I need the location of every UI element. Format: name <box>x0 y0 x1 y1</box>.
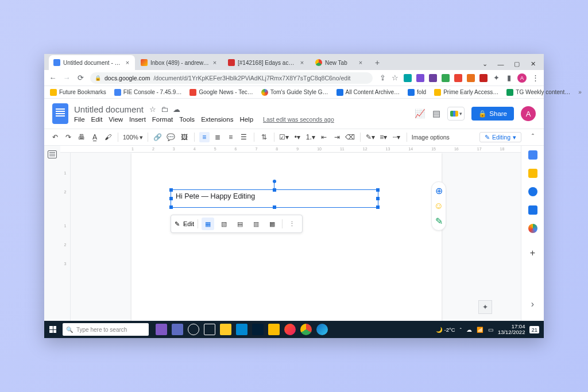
resize-handle[interactable] <box>376 205 380 209</box>
contacts-icon[interactable] <box>528 205 537 215</box>
resize-handle[interactable] <box>169 197 173 200</box>
resize-handle[interactable] <box>376 197 380 200</box>
align-justify-icon[interactable]: ☰ <box>239 132 249 142</box>
clear-format-icon[interactable]: ⌫ <box>345 132 355 142</box>
ext-icon[interactable] <box>442 74 450 82</box>
ext-icon[interactable] <box>404 74 412 82</box>
cloud-icon[interactable]: ☁ <box>173 105 180 114</box>
chrome-icon[interactable] <box>300 324 312 335</box>
url-input[interactable]: 🔒 docs.google.com/document/d/1YrKpKEFer3… <box>90 72 373 84</box>
bullet-list-icon[interactable]: •▾ <box>292 132 303 142</box>
bookmark-item[interactable]: fold <box>408 89 426 96</box>
align-center-icon[interactable]: ≣ <box>212 132 223 142</box>
mail-icon[interactable] <box>236 324 247 335</box>
menu-file[interactable]: File <box>74 116 85 123</box>
border-color-icon[interactable]: ✎▾ <box>365 132 376 142</box>
bookmark-list-icon[interactable]: ▮ <box>505 74 513 82</box>
close-icon[interactable]: × <box>212 60 218 65</box>
checklist-icon[interactable]: ☑▾ <box>279 132 289 142</box>
resize-handle[interactable] <box>273 188 276 192</box>
share-page-icon[interactable]: ⇪ <box>378 74 386 82</box>
extensions-icon[interactable]: ✦ <box>492 74 500 82</box>
menu-extensions[interactable]: Extensions <box>201 116 233 123</box>
collapse-icon[interactable]: ˆ <box>528 132 538 142</box>
rotate-handle[interactable] <box>273 180 276 183</box>
photoshop-icon[interactable] <box>252 324 264 335</box>
resize-handle[interactable] <box>273 205 276 209</box>
cortana-icon[interactable] <box>188 324 199 335</box>
reload-icon[interactable]: ⟳ <box>76 74 84 82</box>
add-panel-icon[interactable]: + <box>530 248 535 258</box>
menu-format[interactable]: Format <box>152 116 173 123</box>
tab-docs[interactable]: Untitled document - Google Doc × <box>49 55 135 70</box>
wrap-text-icon[interactable]: ▧ <box>218 218 230 230</box>
editing-mode-button[interactable]: ✎ Editing ▾ <box>479 132 521 142</box>
history-icon[interactable]: 📈 <box>415 108 425 119</box>
vertical-ruler[interactable]: 1 2 1 2 3 <box>60 153 71 321</box>
start-button[interactable] <box>44 321 61 338</box>
paint-format-icon[interactable]: 🖌 <box>103 132 113 142</box>
wifi-icon[interactable]: 📶 <box>477 327 483 333</box>
tab-edays[interactable]: [#142168] Edays account lock ou × <box>223 55 310 70</box>
align-left-icon[interactable]: ≡ <box>199 132 210 142</box>
app-icon[interactable] <box>284 324 296 335</box>
star-icon[interactable]: ☆ <box>391 74 399 82</box>
spellcheck-icon[interactable]: A̲ <box>90 132 100 142</box>
suggest-icon[interactable]: ✎ <box>435 216 443 227</box>
account-avatar[interactable]: A <box>521 106 536 121</box>
ext-icon[interactable] <box>416 74 424 82</box>
edge-icon[interactable] <box>316 324 328 335</box>
keep-icon[interactable] <box>528 169 537 178</box>
border-dash-icon[interactable]: ┄▾ <box>392 132 402 142</box>
resize-handle[interactable] <box>169 188 173 192</box>
move-icon[interactable]: 🗀 <box>161 105 168 114</box>
docs-logo-icon[interactable] <box>52 103 68 124</box>
horizontal-ruler[interactable]: 123456789101112131415161718 <box>60 146 521 153</box>
app-icon[interactable] <box>156 324 167 335</box>
print-icon[interactable]: 🖶 <box>76 132 87 142</box>
app-icon[interactable] <box>268 324 280 335</box>
line-spacing-icon[interactable]: ⇅ <box>259 132 269 142</box>
collapse-panel-icon[interactable]: › <box>531 299 534 309</box>
indent-decrease-icon[interactable]: ⇤ <box>319 132 329 142</box>
edit-label[interactable]: Edit <box>183 220 194 227</box>
tasks-icon[interactable] <box>528 187 537 196</box>
taskbar-search[interactable]: 🔍 Type here to search <box>63 323 149 336</box>
menu-help[interactable]: Help <box>239 116 253 123</box>
undo-icon[interactable]: ↶ <box>50 132 60 142</box>
ext-icon[interactable] <box>429 74 437 82</box>
tab-newtab[interactable]: New Tab × <box>311 55 368 70</box>
bookmark-item[interactable]: TG Weekly content… <box>506 89 570 96</box>
profile-avatar[interactable]: A <box>517 73 527 83</box>
document-page[interactable]: Hi Pete — Happy Editing ✎ Edit ▦ ▧ ▤ ▥ ▩… <box>131 153 442 321</box>
meet-button[interactable]: ▾ <box>447 107 465 121</box>
back-icon[interactable]: ← <box>49 74 57 82</box>
weather-widget[interactable]: 🌙 -2°C <box>436 327 455 333</box>
explore-button[interactable]: ✦ <box>478 300 492 314</box>
number-list-icon[interactable]: 1.▾ <box>305 132 316 142</box>
outline-icon[interactable] <box>48 150 57 158</box>
link-icon[interactable]: 🔗 <box>153 132 163 142</box>
break-text-icon[interactable]: ▤ <box>234 218 246 230</box>
bookmark-item[interactable]: Tom's Guide Style G… <box>261 89 328 96</box>
close-window-icon[interactable]: ✕ <box>529 60 537 68</box>
maximize-icon[interactable]: ▢ <box>513 60 521 68</box>
menu-insert[interactable]: Insert <box>129 116 146 123</box>
close-icon[interactable]: × <box>299 60 305 65</box>
zoom-select[interactable]: 100% ▾ <box>123 134 143 141</box>
notifications-icon[interactable]: 21 <box>529 326 539 333</box>
star-icon[interactable]: ☆ <box>149 105 156 114</box>
bookmark-item[interactable]: Prime Early Access… <box>434 89 498 96</box>
selected-textbox[interactable]: Hi Pete — Happy Editing <box>171 189 378 208</box>
last-edit-text[interactable]: Last edit was seconds ago <box>263 116 334 123</box>
tab-gmail[interactable]: Inbox (489) - andrew.sansom@tu × <box>136 55 222 70</box>
battery-icon[interactable]: ▭ <box>488 327 493 333</box>
tray-chevron-icon[interactable]: ˆ <box>460 327 462 333</box>
comments-icon[interactable]: ▤ <box>432 108 440 119</box>
menu-icon[interactable]: ⋮ <box>531 74 539 82</box>
cloud-icon[interactable]: ☁ <box>466 327 472 333</box>
chevron-down-icon[interactable]: ⌄ <box>481 60 489 68</box>
more-icon[interactable]: ⋮ <box>286 218 299 230</box>
document-area[interactable]: 123456789101112131415161718 1 2 1 2 3 <box>60 146 521 321</box>
add-comment-icon[interactable]: ⊕ <box>435 185 443 196</box>
